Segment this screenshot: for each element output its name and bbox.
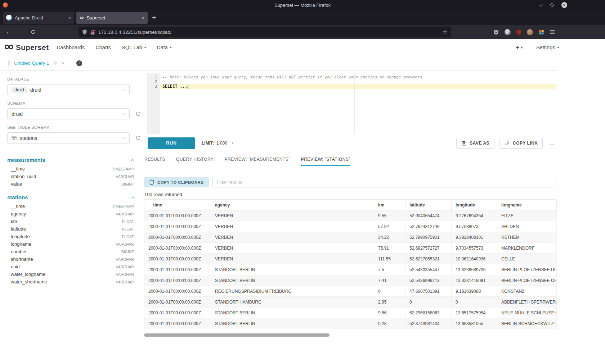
superset-logo[interactable]: ∞ Superset [4,43,49,52]
results-column-header[interactable]: longname [497,200,557,210]
results-column-header[interactable]: __time [144,200,211,210]
database-select[interactable]: druid druid [7,84,130,95]
results-column-header[interactable]: agency [211,200,374,210]
tracking-shield-icon[interactable] [82,29,87,35]
tab-drag-handle-icon[interactable] [8,61,9,62]
results-cell: 2.95 [374,297,405,308]
nav-dashboards[interactable]: Dashboards [57,45,85,50]
tab-preview-stations[interactable]: PREVIEW: `STATIONS` [301,157,350,166]
adblock-shield-icon[interactable] [516,29,521,35]
results-column-header[interactable]: longitude [452,200,497,210]
results-cell: 7.5 [374,264,405,275]
query-tab-title[interactable]: Untitled Query 1 [14,60,49,66]
results-column-header[interactable]: latitude [405,200,452,210]
collapse-section-icon[interactable] [131,196,135,200]
results-cell: 9.2767694354 [452,210,497,221]
results-row: 2000-01-01T00:00:00.000ZSTANDORT BERLIN0… [144,318,557,329]
window-shade-icon[interactable] [539,3,543,6]
line-number: 1 [147,75,157,79]
bookmark-star-icon[interactable]: ☆ [443,29,448,35]
results-cell: 75.91 [374,243,405,254]
schema-column-row: __timeTIMESTAMP [7,165,134,173]
collapse-section-icon[interactable] [131,159,135,163]
tab-results[interactable]: RESULTS [144,157,165,166]
database-type-badge: druid [12,87,27,93]
sql-editor[interactable]: 1 2 3 -- Note: Unless you save your quer… [147,73,556,134]
schema-select[interactable]: druid [7,108,130,119]
table-section-header[interactable]: measurements [7,155,134,165]
schema-column-type: VARCHAR [116,257,134,261]
results-row: 2000-01-01T00:00:00.000ZVERDEN57.9252.76… [144,221,557,232]
extension-icon[interactable] [505,29,511,35]
results-row: 2000-01-01T00:00:00.000ZSTANDORT BERLIN7… [144,264,557,275]
pane-resize-handle[interactable]: ········· [144,151,556,155]
schema-column-row: water_longnameVARCHAR [7,270,134,278]
pocket-icon[interactable] [493,29,499,35]
refresh-table-icon[interactable] [135,135,141,141]
editor-code-area[interactable]: -- Note: Unless you save your query, the… [160,73,556,134]
filter-results-input[interactable] [212,177,556,187]
tab-close-icon[interactable]: × [142,15,144,21]
schema-column-row: water_shortnameVARCHAR [7,278,134,286]
query-tab-close-icon[interactable]: × [62,60,65,66]
browser-tab-superset[interactable]: ∞ Superset × [76,12,148,24]
copy-to-clipboard-button[interactable]: COPY TO CLIPBOARD [144,177,209,187]
extension-colorful-icon[interactable] [538,29,544,35]
save-as-button[interactable]: SAVE AS [456,138,494,149]
back-button[interactable]: ← [4,27,14,37]
results-cell: 52.7624312749 [405,221,452,232]
results-table: __timeagencykmlatitudelongitudelongname … [144,199,557,329]
results-column-header[interactable]: km [374,200,405,210]
text-cursor [188,85,188,89]
nav-charts[interactable]: Charts [95,45,111,50]
window-maximize-icon[interactable] [550,3,554,8]
settings-menu[interactable]: Settings▾ [536,45,559,50]
horizontal-scrollbar[interactable] [144,333,556,337]
scrollbar-thumb[interactable] [144,333,330,337]
chevron-down-icon [122,87,126,91]
copy-link-label: COPY LINK [513,141,538,146]
plus-icon: + [516,44,520,51]
results-cell: STANDORT BERLIN [211,275,374,286]
tab-preview-measurements[interactable]: PREVIEW: `MEASUREMENTS` [225,157,290,166]
toolbar-extensions [493,29,555,35]
table-section-header[interactable]: stations [7,193,134,203]
results-cell: BERLIN-PLOETZENSEE UP [497,264,557,275]
schema-column-name: shortname [11,256,33,262]
tab-close-icon[interactable]: × [68,15,71,21]
url-bar[interactable]: 172.18.0.4:32251/superset/sqllab/ ☆ [79,27,451,37]
copy-link-button[interactable]: COPY LINK [499,138,543,149]
add-query-tab-button[interactable]: + [76,60,82,66]
limit-dropdown[interactable]: LIMIT: 1 000 ▾ [202,141,234,146]
results-cell: 13.6517575954 [452,308,497,318]
new-tab-button[interactable]: + [152,14,156,22]
refresh-schema-icon[interactable] [135,111,141,117]
window-close-button[interactable]: × [561,2,567,8]
run-button[interactable]: RUN [148,137,195,149]
results-row: 2000-01-01T00:00:00.000ZVERDEN9.5652.904… [144,210,557,221]
profile-avatar-icon[interactable] [527,29,533,35]
database-value: druid [30,87,41,93]
tab-query-history[interactable]: QUERY HISTORY [176,157,214,166]
schema-column-type: TIMESTAMP [112,204,134,209]
nav-sql-lab[interactable]: SQL Lab▾ [122,45,146,50]
table-select[interactable]: stations [7,132,130,144]
menu-icon[interactable] [550,30,555,34]
forward-button[interactable]: → [16,27,26,37]
results-cell: 9.3828408101 [452,232,497,243]
browser-tab-druid[interactable]: Apache Druid × [3,12,74,24]
chevron-down-icon [122,112,126,115]
url-text[interactable]: 172.18.0.4:32251/superset/sqllab/ [98,29,440,35]
more-options-button[interactable]: ... [548,140,556,146]
nav-data[interactable]: Data▾ [157,45,171,50]
table-value: stations [20,135,37,141]
results-cell: 57.92 [374,221,405,232]
insecure-lock-icon[interactable] [90,29,95,35]
new-item-button[interactable]: +▾ [516,44,523,51]
schema-column-name: longname [11,241,31,247]
main-nav: Dashboards Charts SQL Lab▾ Data▾ [57,45,171,50]
window-title: Superset — Mozilla Firefox [274,3,331,8]
schema-column-row: shortnameVARCHAR [7,255,134,263]
reload-button[interactable] [28,27,38,37]
tab-title: Apache Druid [15,15,65,21]
